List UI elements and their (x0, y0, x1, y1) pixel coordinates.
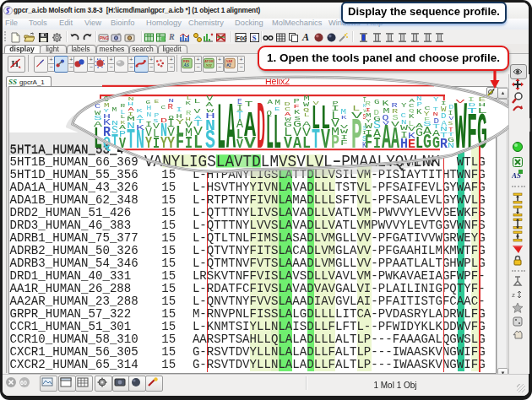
svg-text:H: H (479, 103, 486, 108)
svg-text:K: K (121, 119, 126, 125)
svg-text:P: P (341, 152, 350, 172)
svg-text:D: D (374, 109, 379, 117)
svg-text:T: T (448, 126, 453, 133)
svg-text:D: D (469, 102, 476, 108)
svg-text:V: V (340, 123, 348, 129)
svg-text:N: N (169, 98, 174, 104)
svg-text:T: T (433, 106, 438, 112)
svg-text:A: A (285, 111, 291, 116)
svg-text:G: G (374, 98, 380, 105)
svg-text:N: N (422, 152, 432, 172)
svg-text:I: I (468, 95, 475, 103)
svg-text:H: H (128, 101, 133, 106)
svg-text:W: W (95, 109, 101, 116)
svg-text:G: G (198, 152, 208, 172)
svg-text:L: L (216, 152, 225, 172)
svg-text:I: I (441, 100, 446, 105)
svg-text:C: C (285, 106, 291, 111)
svg-text:E: E (155, 99, 160, 104)
svg-text:Q: Q (169, 115, 174, 121)
svg-text:I: I (176, 106, 182, 113)
svg-text:Q: Q (267, 109, 273, 116)
svg-text:P: P (155, 112, 160, 120)
svg-text:D: D (449, 104, 454, 111)
svg-text:N: N (416, 95, 421, 103)
svg-text:I: I (145, 120, 152, 128)
svg-text:L: L (304, 112, 310, 117)
svg-text:Y: Y (433, 95, 439, 103)
svg-text:R: R (366, 100, 372, 108)
svg-text:A: A (359, 152, 368, 172)
svg-text:T: T (245, 100, 253, 109)
svg-text:V: V (206, 94, 214, 103)
svg-text:W: W (285, 116, 292, 122)
svg-text:K: K (137, 109, 144, 114)
svg-text:M: M (304, 94, 310, 102)
svg-text:D: D (285, 101, 291, 107)
svg-text:A: A (244, 105, 256, 145)
svg-text:Y: Y (424, 111, 430, 117)
svg-text:L: L (352, 104, 360, 113)
svg-text:Y: Y (401, 102, 407, 110)
svg-text:R: R (392, 101, 398, 108)
svg-text:S: S (207, 152, 216, 172)
svg-text:A: A (410, 98, 415, 104)
svg-text:A: A (225, 152, 234, 172)
svg-text:D: D (434, 116, 439, 125)
svg-text:A: A (128, 106, 135, 111)
svg-text:M: M (341, 108, 346, 116)
svg-text:L: L (121, 108, 126, 116)
svg-text:V: V (194, 108, 202, 116)
svg-text:H: H (147, 105, 152, 112)
svg-text:P: P (294, 98, 300, 105)
svg-text:z: z (512, 291, 515, 299)
svg-text:M: M (275, 99, 280, 107)
svg-text:A: A (368, 152, 377, 172)
svg-text:M: M (112, 105, 117, 113)
svg-text:R: R (121, 103, 126, 109)
svg-text:L: L (194, 98, 201, 105)
svg-text:A: A (268, 99, 274, 106)
svg-text:R: R (186, 110, 192, 117)
svg-text:M: M (350, 152, 360, 172)
svg-text:E: E (237, 97, 242, 106)
svg-text:A: A (137, 113, 144, 119)
svg-text:D: D (160, 117, 167, 124)
svg-text:K: K (294, 109, 301, 116)
svg-text:H: H (176, 112, 182, 119)
svg-text:W: W (207, 107, 214, 113)
svg-text:N: N (162, 152, 171, 172)
svg-text:R: R (392, 108, 398, 115)
svg-text:S: S (448, 121, 453, 127)
svg-text:W: W (441, 105, 448, 114)
svg-text:K: K (383, 100, 389, 108)
svg-text:C: C (409, 103, 414, 109)
svg-text:K: K (431, 152, 440, 172)
svg-text:N: N (128, 97, 134, 102)
svg-text:L: L (321, 100, 330, 138)
svg-text:V: V (313, 100, 320, 106)
svg-text:Q: Q (409, 108, 414, 114)
svg-text:R: R (168, 103, 173, 111)
svg-text:60: 60 (20, 380, 27, 386)
svg-text:C: C (425, 105, 432, 111)
svg-text:C: C (161, 104, 166, 110)
svg-text:L: L (187, 95, 193, 102)
svg-text:P: P (333, 100, 339, 105)
svg-text:N: N (433, 111, 438, 117)
svg-text:V: V (456, 99, 465, 104)
svg-text:G: G (146, 100, 151, 105)
svg-text:L: L (377, 152, 387, 172)
svg-text:C: C (401, 112, 407, 120)
svg-text:N: N (111, 120, 118, 127)
svg-text:I: I (128, 111, 133, 116)
svg-text:A: A (302, 120, 312, 128)
